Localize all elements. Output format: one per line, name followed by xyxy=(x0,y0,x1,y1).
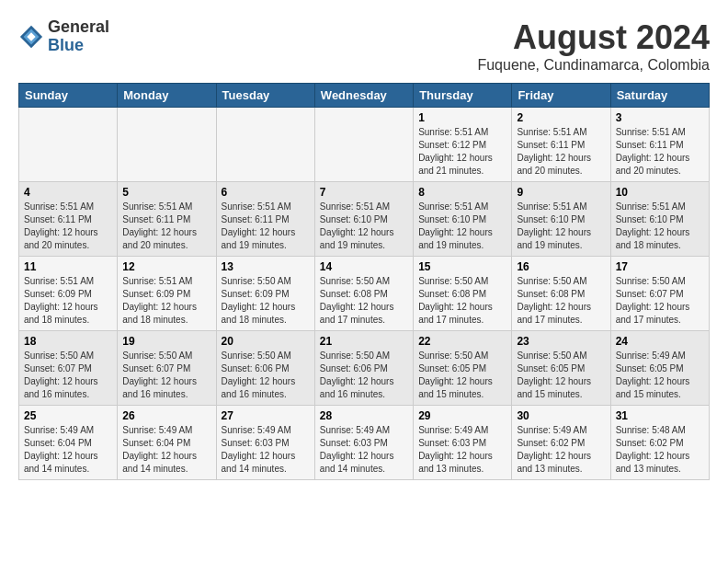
day-info: Sunrise: 5:50 AM Sunset: 6:05 PM Dayligh… xyxy=(418,350,506,401)
title-block: August 2024 Fuquene, Cundinamarca, Colom… xyxy=(477,18,710,74)
day-info: Sunrise: 5:50 AM Sunset: 6:05 PM Dayligh… xyxy=(517,350,605,401)
logo-text: General Blue xyxy=(48,18,109,55)
calendar-cell: 7Sunrise: 5:51 AM Sunset: 6:10 PM Daylig… xyxy=(314,182,413,257)
weekday-header: Tuesday xyxy=(216,84,314,108)
logo-blue: Blue xyxy=(48,37,109,55)
day-info: Sunrise: 5:51 AM Sunset: 6:11 PM Dayligh… xyxy=(122,201,210,252)
calendar-week-row: 1Sunrise: 5:51 AM Sunset: 6:12 PM Daylig… xyxy=(19,108,710,182)
calendar-cell: 29Sunrise: 5:49 AM Sunset: 6:03 PM Dayli… xyxy=(414,406,512,480)
calendar-cell: 30Sunrise: 5:49 AM Sunset: 6:02 PM Dayli… xyxy=(512,406,610,480)
calendar-cell: 1Sunrise: 5:51 AM Sunset: 6:12 PM Daylig… xyxy=(414,108,512,182)
day-info: Sunrise: 5:50 AM Sunset: 6:07 PM Dayligh… xyxy=(24,350,112,401)
calendar-cell: 20Sunrise: 5:50 AM Sunset: 6:06 PM Dayli… xyxy=(216,331,314,406)
calendar-cell: 16Sunrise: 5:50 AM Sunset: 6:08 PM Dayli… xyxy=(512,257,610,331)
calendar-cell: 23Sunrise: 5:50 AM Sunset: 6:05 PM Dayli… xyxy=(512,331,610,406)
location-title: Fuquene, Cundinamarca, Colombia xyxy=(477,57,710,74)
day-number: 16 xyxy=(517,260,605,273)
calendar-cell: 27Sunrise: 5:49 AM Sunset: 6:03 PM Dayli… xyxy=(216,406,314,480)
logo-general: General xyxy=(48,18,109,37)
day-info: Sunrise: 5:50 AM Sunset: 6:06 PM Dayligh… xyxy=(222,350,310,401)
day-number: 29 xyxy=(418,409,506,422)
day-number: 30 xyxy=(517,409,605,422)
weekday-header: Thursday xyxy=(414,84,512,108)
day-number: 25 xyxy=(24,409,112,422)
day-info: Sunrise: 5:49 AM Sunset: 6:03 PM Dayligh… xyxy=(418,424,506,476)
day-number: 14 xyxy=(320,260,408,273)
calendar-cell: 6Sunrise: 5:51 AM Sunset: 6:11 PM Daylig… xyxy=(216,182,314,257)
day-number: 6 xyxy=(222,186,310,199)
day-number: 12 xyxy=(122,260,210,273)
calendar-table: SundayMondayTuesdayWednesdayThursdayFrid… xyxy=(18,83,710,480)
day-info: Sunrise: 5:50 AM Sunset: 6:08 PM Dayligh… xyxy=(517,275,605,327)
day-number: 24 xyxy=(616,335,704,348)
calendar-cell: 24Sunrise: 5:49 AM Sunset: 6:05 PM Dayli… xyxy=(610,331,709,406)
day-info: Sunrise: 5:50 AM Sunset: 6:09 PM Dayligh… xyxy=(222,275,310,327)
day-number: 15 xyxy=(418,260,506,273)
calendar-week-row: 11Sunrise: 5:51 AM Sunset: 6:09 PM Dayli… xyxy=(19,257,710,331)
day-number: 28 xyxy=(320,409,408,422)
calendar-cell: 11Sunrise: 5:51 AM Sunset: 6:09 PM Dayli… xyxy=(19,257,118,331)
weekday-header: Wednesday xyxy=(314,84,413,108)
day-number: 10 xyxy=(616,186,704,199)
calendar-week-row: 4Sunrise: 5:51 AM Sunset: 6:11 PM Daylig… xyxy=(19,182,710,257)
calendar-cell: 8Sunrise: 5:51 AM Sunset: 6:10 PM Daylig… xyxy=(414,182,512,257)
day-info: Sunrise: 5:51 AM Sunset: 6:10 PM Dayligh… xyxy=(616,201,704,252)
day-info: Sunrise: 5:49 AM Sunset: 6:05 PM Dayligh… xyxy=(616,350,704,401)
day-number: 8 xyxy=(418,186,506,199)
day-info: Sunrise: 5:51 AM Sunset: 6:10 PM Dayligh… xyxy=(320,201,408,252)
day-info: Sunrise: 5:49 AM Sunset: 6:03 PM Dayligh… xyxy=(222,424,310,476)
day-number: 17 xyxy=(616,260,704,273)
calendar-cell: 4Sunrise: 5:51 AM Sunset: 6:11 PM Daylig… xyxy=(19,182,118,257)
weekday-header-row: SundayMondayTuesdayWednesdayThursdayFrid… xyxy=(19,84,710,108)
day-info: Sunrise: 5:49 AM Sunset: 6:02 PM Dayligh… xyxy=(517,424,605,476)
calendar-cell: 5Sunrise: 5:51 AM Sunset: 6:11 PM Daylig… xyxy=(118,182,216,257)
calendar-cell: 15Sunrise: 5:50 AM Sunset: 6:08 PM Dayli… xyxy=(414,257,512,331)
day-number: 3 xyxy=(616,111,704,124)
day-info: Sunrise: 5:51 AM Sunset: 6:10 PM Dayligh… xyxy=(418,201,506,252)
calendar-cell: 21Sunrise: 5:50 AM Sunset: 6:06 PM Dayli… xyxy=(314,331,413,406)
day-number: 4 xyxy=(24,186,112,199)
day-info: Sunrise: 5:49 AM Sunset: 6:04 PM Dayligh… xyxy=(24,424,112,476)
calendar-cell: 10Sunrise: 5:51 AM Sunset: 6:10 PM Dayli… xyxy=(610,182,709,257)
logo: General Blue xyxy=(18,18,109,55)
day-number: 5 xyxy=(122,186,210,199)
page-header: General Blue August 2024 Fuquene, Cundin… xyxy=(18,18,710,74)
day-info: Sunrise: 5:48 AM Sunset: 6:02 PM Dayligh… xyxy=(616,424,704,476)
day-info: Sunrise: 5:51 AM Sunset: 6:11 PM Dayligh… xyxy=(222,201,310,252)
day-info: Sunrise: 5:50 AM Sunset: 6:06 PM Dayligh… xyxy=(320,350,408,401)
day-info: Sunrise: 5:50 AM Sunset: 6:08 PM Dayligh… xyxy=(418,275,506,327)
day-info: Sunrise: 5:50 AM Sunset: 6:07 PM Dayligh… xyxy=(122,350,210,401)
day-number: 23 xyxy=(517,335,605,348)
calendar-cell: 3Sunrise: 5:51 AM Sunset: 6:11 PM Daylig… xyxy=(610,108,709,182)
calendar-week-row: 25Sunrise: 5:49 AM Sunset: 6:04 PM Dayli… xyxy=(19,406,710,480)
day-info: Sunrise: 5:49 AM Sunset: 6:04 PM Dayligh… xyxy=(122,424,210,476)
day-number: 7 xyxy=(320,186,408,199)
day-info: Sunrise: 5:51 AM Sunset: 6:10 PM Dayligh… xyxy=(517,201,605,252)
day-info: Sunrise: 5:49 AM Sunset: 6:03 PM Dayligh… xyxy=(320,424,408,476)
calendar-cell xyxy=(19,108,118,182)
calendar-cell: 12Sunrise: 5:51 AM Sunset: 6:09 PM Dayli… xyxy=(118,257,216,331)
month-title: August 2024 xyxy=(477,18,710,57)
calendar-cell: 18Sunrise: 5:50 AM Sunset: 6:07 PM Dayli… xyxy=(19,331,118,406)
day-info: Sunrise: 5:51 AM Sunset: 6:12 PM Dayligh… xyxy=(418,126,506,178)
calendar-cell xyxy=(118,108,216,182)
calendar-cell xyxy=(314,108,413,182)
calendar-cell: 19Sunrise: 5:50 AM Sunset: 6:07 PM Dayli… xyxy=(118,331,216,406)
day-info: Sunrise: 5:51 AM Sunset: 6:11 PM Dayligh… xyxy=(517,126,605,178)
day-number: 21 xyxy=(320,335,408,348)
day-number: 27 xyxy=(222,409,310,422)
day-number: 22 xyxy=(418,335,506,348)
day-info: Sunrise: 5:50 AM Sunset: 6:07 PM Dayligh… xyxy=(616,275,704,327)
day-info: Sunrise: 5:51 AM Sunset: 6:09 PM Dayligh… xyxy=(122,275,210,327)
logo-icon xyxy=(18,24,44,50)
calendar-cell: 2Sunrise: 5:51 AM Sunset: 6:11 PM Daylig… xyxy=(512,108,610,182)
day-info: Sunrise: 5:51 AM Sunset: 6:11 PM Dayligh… xyxy=(616,126,704,178)
day-number: 18 xyxy=(24,335,112,348)
calendar-cell xyxy=(216,108,314,182)
day-number: 13 xyxy=(222,260,310,273)
day-info: Sunrise: 5:51 AM Sunset: 6:09 PM Dayligh… xyxy=(24,275,112,327)
calendar-cell: 9Sunrise: 5:51 AM Sunset: 6:10 PM Daylig… xyxy=(512,182,610,257)
weekday-header: Monday xyxy=(118,84,216,108)
day-number: 1 xyxy=(418,111,506,124)
day-number: 20 xyxy=(222,335,310,348)
